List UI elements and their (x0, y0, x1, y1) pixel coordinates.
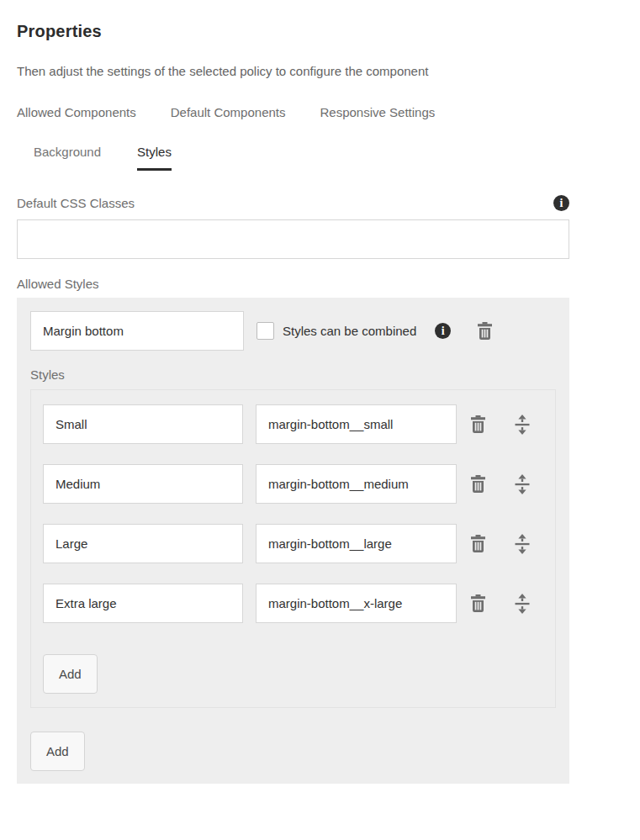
styles-list-label: Styles (30, 367, 556, 382)
sub-tab-bar: Background Styles (34, 145, 569, 171)
styles-list: Add (30, 389, 556, 708)
style-name-input[interactable] (43, 404, 243, 444)
delete-style-button[interactable] (470, 594, 486, 612)
default-css-classes-row: Default CSS Classes i (17, 195, 569, 211)
move-vertical-icon (515, 474, 530, 494)
style-row (43, 464, 555, 504)
reorder-style-handle[interactable] (515, 534, 530, 554)
tab-default-components[interactable]: Default Components (171, 105, 286, 119)
page-subtitle: Then adjust the settings of the selected… (17, 64, 569, 78)
add-style-button[interactable]: Add (43, 654, 98, 694)
styles-combined-label: Styles can be combined (283, 324, 416, 338)
style-class-input[interactable] (256, 584, 457, 623)
style-row (43, 524, 555, 563)
add-style-group-button[interactable]: Add (30, 732, 85, 771)
style-class-input[interactable] (256, 464, 457, 504)
trash-icon (470, 535, 486, 552)
info-icon[interactable]: i (553, 195, 569, 211)
allowed-styles-group-panel: Styles can be combined i Styles (17, 298, 569, 784)
trash-icon (477, 322, 493, 340)
reorder-style-handle[interactable] (515, 415, 530, 435)
delete-style-button[interactable] (470, 475, 486, 493)
reorder-style-handle[interactable] (515, 594, 530, 614)
tab-styles[interactable]: Styles (137, 145, 172, 171)
move-vertical-icon (515, 534, 530, 554)
info-icon[interactable]: i (435, 323, 451, 339)
style-class-input[interactable] (256, 404, 457, 444)
style-name-input[interactable] (43, 464, 243, 504)
style-name-input[interactable] (43, 584, 243, 623)
style-class-input[interactable] (256, 524, 457, 563)
main-tab-bar: Allowed Components Default Components Re… (17, 105, 569, 119)
delete-style-button[interactable] (470, 535, 486, 552)
move-vertical-icon (515, 594, 530, 614)
delete-style-button[interactable] (470, 415, 486, 433)
style-name-input[interactable] (43, 524, 243, 563)
trash-icon (470, 475, 486, 493)
default-css-classes-label: Default CSS Classes (17, 196, 135, 210)
styles-combined-checkbox[interactable] (257, 322, 274, 340)
delete-style-group-button[interactable] (477, 322, 493, 340)
style-row (43, 584, 555, 623)
style-group-header: Styles can be combined i (30, 311, 556, 351)
tab-allowed-components[interactable]: Allowed Components (17, 105, 136, 119)
style-group-name-input[interactable] (30, 311, 244, 351)
reorder-style-handle[interactable] (515, 474, 530, 494)
trash-icon (470, 415, 486, 433)
allowed-styles-label: Allowed Styles (17, 277, 569, 291)
default-css-classes-input[interactable] (17, 219, 569, 259)
page-title: Properties (17, 22, 569, 41)
tab-background[interactable]: Background (34, 145, 101, 171)
style-row (43, 404, 555, 444)
move-vertical-icon (515, 415, 530, 435)
trash-icon (470, 594, 486, 612)
tab-responsive-settings[interactable]: Responsive Settings (320, 105, 436, 119)
properties-panel: Properties Then adjust the settings of t… (0, 0, 586, 784)
